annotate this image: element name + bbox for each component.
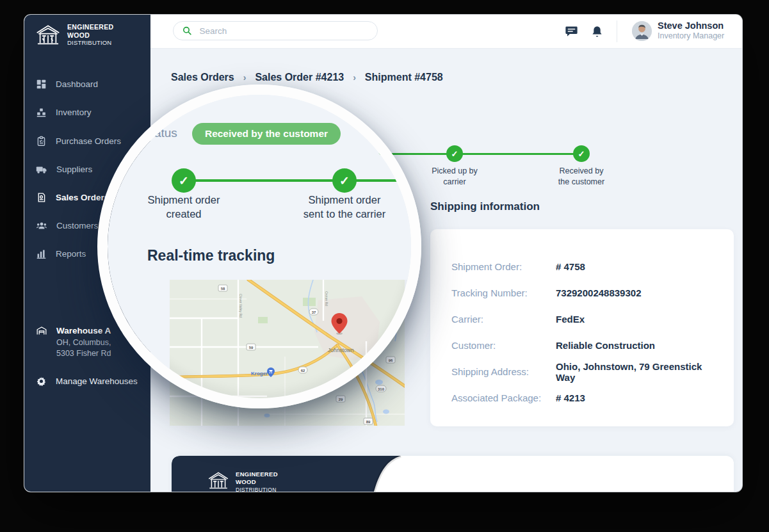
- shipping-info-value: 7329200248839302: [556, 287, 641, 298]
- app-window: ENGINEERED WOOD DISTRIBUTION Dashboard I…: [24, 15, 742, 492]
- breadcrumb: Sales Orders › Sales Order #4213 › Shipm…: [171, 72, 443, 83]
- warehouse-address-line2: 5303 Fisher Rd: [56, 348, 111, 359]
- topbar-divider: [617, 20, 617, 42]
- svg-text:59: 59: [249, 346, 254, 350]
- step3-label: Picked up by carrier: [410, 166, 499, 188]
- tracking-map[interactable]: 58 37 59 62 96 310 29 89 Clover Valley R…: [170, 280, 405, 426]
- shipping-info-value: Ohio, Johnstown, 79 Greenstick Way: [556, 361, 713, 383]
- step3-line1: Picked up by: [410, 166, 499, 177]
- shipping-info-label: Customer:: [451, 340, 556, 351]
- svg-text:96: 96: [389, 359, 393, 362]
- brand-logo[interactable]: ENGINEERED WOOD DISTRIBUTION: [35, 23, 113, 50]
- step2-label: Shipment order sent to the carrier: [289, 193, 400, 221]
- check-glyph: ✓: [451, 149, 458, 159]
- road-label-clover-valley: Clover Valley Rd: [239, 294, 243, 318]
- lens-background: [108, 95, 411, 280]
- svg-text:89: 89: [366, 420, 371, 424]
- step1-check-icon: ✓: [172, 168, 196, 193]
- breadcrumb-sales-orders[interactable]: Sales Orders: [171, 72, 234, 83]
- sidebar-item-label: Dashboard: [56, 79, 98, 89]
- breadcrumb-sales-order-4213[interactable]: Sales Order #4213: [255, 72, 344, 83]
- notifications-button[interactable]: [588, 23, 605, 40]
- warehouse-name: Warehouse A: [56, 326, 111, 335]
- step2-check-icon: ✓: [332, 168, 357, 193]
- timeline-line-magnified: [184, 179, 411, 182]
- brand-name: ENGINEERED WOOD DISTRIBUTION: [67, 23, 113, 47]
- brand-line2: WOOD: [67, 31, 113, 40]
- sales-order-icon: [36, 192, 47, 203]
- shipping-info-label: Shipment Order:: [451, 261, 556, 272]
- shipping-info-value: # 4758: [556, 261, 585, 272]
- sidebar-item-sales-orders[interactable]: Sales Orders: [24, 183, 150, 211]
- step4-check-icon: ✓: [573, 145, 590, 162]
- sidebar-item-customers[interactable]: Customers: [24, 211, 150, 239]
- brand-line3: DISTRIBUTION: [236, 486, 278, 492]
- sidebar-item-purchase-orders[interactable]: Purchase Orders: [24, 127, 150, 155]
- shipping-information-title: Shipping information: [430, 200, 540, 213]
- sidebar-item-label: Customers: [56, 221, 98, 230]
- check-glyph: ✓: [578, 149, 585, 159]
- step3-check-icon: ✓: [446, 145, 463, 162]
- shipping-info-row: Shipping Address: Ohio, Johnstown, 79 Gr…: [430, 359, 734, 385]
- step2-line2: sent to the carrier: [289, 207, 400, 221]
- sidebar-item-inventory[interactable]: Inventory: [24, 98, 150, 126]
- status-badge: Received by the customer: [192, 123, 341, 145]
- document-preview-card[interactable]: ENGINEERED WOOD DISTRIBUTION: [172, 456, 734, 492]
- bar-chart-icon: [36, 248, 47, 259]
- sidebar-item-label: Purchase Orders: [56, 136, 121, 146]
- svg-text:62: 62: [301, 369, 305, 373]
- search-input[interactable]: [198, 26, 368, 36]
- store-label: Kroger: [251, 371, 268, 376]
- brand-line1: ENGINEERED: [236, 471, 278, 478]
- gear-icon: [36, 376, 47, 387]
- real-time-tracking-title: Real-time tracking: [147, 247, 275, 264]
- search-box[interactable]: [173, 21, 378, 40]
- step4-line1: Received by: [537, 166, 626, 177]
- avatar[interactable]: [632, 21, 652, 41]
- shipping-info-value: FedEx: [556, 314, 585, 325]
- bell-icon: [591, 25, 603, 38]
- warehouse-address: OH, Columbus, 5303 Fisher Rd: [56, 337, 111, 359]
- road-label-croton: Croton Rd: [325, 291, 328, 306]
- shipping-info-label: Tracking Number:: [451, 287, 556, 298]
- messages-button[interactable]: [563, 23, 579, 40]
- breadcrumb-separator: ›: [353, 72, 356, 83]
- shipping-info-row: Carrier: FedEx: [430, 306, 734, 332]
- step2-line1: Shipment order: [289, 193, 400, 207]
- shipping-info-row: Customer: Reliable Construction: [430, 332, 734, 359]
- chevron-down-icon: [120, 328, 127, 333]
- search-icon: [182, 26, 191, 36]
- breadcrumb-separator: ›: [243, 72, 247, 83]
- shipping-info-value: Reliable Construction: [556, 340, 655, 351]
- clipboard-icon: [36, 136, 47, 147]
- shipping-info-value: # 4213: [556, 392, 585, 403]
- user-name[interactable]: Steve Johnson: [658, 20, 724, 31]
- sidebar-item-suppliers[interactable]: Suppliers: [24, 155, 150, 183]
- warehouse-logo-icon: [35, 23, 61, 50]
- truck-icon: [36, 164, 47, 175]
- sidebar-item-label: Reports: [56, 249, 86, 259]
- brand-line3: DISTRIBUTION: [67, 39, 113, 47]
- svg-text:310: 310: [378, 387, 385, 391]
- document-brand-name: ENGINEERED WOOD DISTRIBUTION: [236, 471, 278, 492]
- sidebar-item-dashboard[interactable]: Dashboard: [24, 70, 150, 98]
- document-brand-logo: ENGINEERED WOOD DISTRIBUTION: [207, 471, 278, 492]
- warehouse-icon: [36, 325, 47, 336]
- step4-line2: the customer: [537, 177, 626, 188]
- shipping-info-row: Associated Package: # 4213: [430, 385, 734, 411]
- step3-line2: carrier: [410, 177, 499, 188]
- timeline-line: [371, 153, 582, 155]
- sidebar-item-label: Inventory: [56, 108, 92, 117]
- warehouse-address-line1: OH, Columbus,: [56, 337, 111, 348]
- user-role: Inventory Manager: [658, 31, 724, 40]
- manage-warehouses-button[interactable]: Manage Warehouses: [24, 367, 150, 395]
- inventory-icon: [36, 107, 47, 118]
- shipping-info-label: Carrier:: [451, 314, 556, 325]
- check-glyph: ✓: [179, 173, 189, 188]
- dashboard-icon: [36, 79, 47, 90]
- sidebar: ENGINEERED WOOD DISTRIBUTION Dashboard I…: [24, 15, 150, 492]
- sidebar-item-reports[interactable]: Reports: [24, 239, 150, 268]
- shipping-info-row: Shipment Order: # 4758: [430, 254, 734, 280]
- brand-line2: WOOD: [236, 478, 278, 486]
- svg-text:37: 37: [312, 310, 316, 314]
